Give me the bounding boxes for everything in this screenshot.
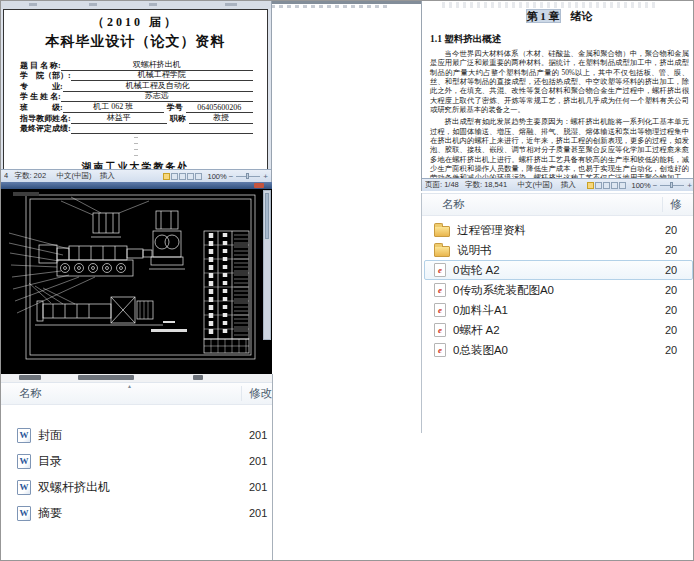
word-status-bar: 4 字数: 202 中文(中国) 插入 100% − +: [1, 169, 271, 182]
view-mode-buttons: [587, 182, 626, 189]
fullscreen-view-button[interactable]: [171, 173, 178, 180]
chapter-title-selected: 第 1 章: [527, 10, 560, 22]
close-icon[interactable]: [254, 183, 264, 188]
word-document-icon: W: [17, 454, 31, 469]
list-item-document[interactable]: W 摘要 201: [1, 500, 272, 526]
file-modified-date: 201: [249, 455, 267, 467]
list-header: 名称 ▲ 修改: [1, 382, 272, 405]
file-name[interactable]: 双螺杆挤出机: [38, 479, 110, 496]
zoom-out-icon[interactable]: −: [229, 172, 234, 181]
field-label: 指导教师姓名:: [20, 113, 71, 124]
cad-scrollbar-thumb[interactable]: [265, 193, 269, 239]
clipped-mark: [78, 375, 134, 380]
file-name[interactable]: 过程管理资料: [457, 223, 526, 238]
word-window-chapter: 第 1 章 绪论 1.1 塑料挤出概述 当今世界四大材料体系（木材、硅酸盐、金属…: [421, 1, 694, 191]
draft-view-button[interactable]: [195, 173, 202, 180]
word-window-cover: （2010 届） 本科毕业设计（论文）资料 题 目 名 称: 双螺杆挤出机 学 …: [1, 1, 272, 182]
cad-title-bar[interactable]: [1, 182, 272, 189]
column-header-modified[interactable]: 修改: [249, 386, 272, 401]
list-item-document[interactable]: W 目录 201: [1, 448, 272, 474]
word-document-icon: W: [17, 480, 31, 495]
file-name[interactable]: 0加料斗A1: [453, 303, 508, 318]
toolbar-mark: [225, 3, 237, 6]
file-name[interactable]: 0齿轮 A2: [453, 263, 500, 278]
zoom-slider[interactable]: [236, 176, 260, 177]
cad-viewer-window: [1, 182, 272, 374]
drawing-file-icon: e: [434, 323, 446, 337]
file-modified-date: 20: [665, 284, 677, 296]
folder-icon: [434, 246, 450, 257]
drawing-file-icon: e: [434, 303, 446, 317]
list-item-document[interactable]: W 封面 201: [1, 422, 272, 448]
field-value-2: 教授: [189, 112, 253, 124]
print-layout-view-button[interactable]: [587, 182, 594, 189]
cover-year: （2010 届）: [4, 14, 267, 31]
zoom-out-icon[interactable]: −: [653, 181, 658, 190]
file-name[interactable]: 0总装图A0: [453, 343, 508, 358]
field-label-2: 职称: [167, 113, 189, 124]
column-divider[interactable]: [241, 386, 242, 401]
list-item-file[interactable]: e 过程管理资料 20: [424, 220, 693, 240]
outline-view-button[interactable]: [187, 173, 194, 180]
column-header-name[interactable]: 名称: [422, 197, 465, 212]
toolbar-mark: [149, 3, 157, 6]
file-modified-date: 20: [665, 264, 677, 276]
list-item-file[interactable]: e 0螺杆 A2 20: [424, 320, 693, 340]
file-modified-date: 20: [665, 324, 677, 336]
field-label: 最终评定成绩:: [20, 123, 71, 134]
drawing-file-icon: e: [434, 283, 446, 297]
print-layout-view-button[interactable]: [163, 173, 170, 180]
column-divider[interactable]: [662, 197, 663, 212]
explorer-list-documents: 名称 ▲ 修改 W 封面 201 W 目录 201 W 双螺杆挤出机 201 W…: [1, 374, 273, 560]
list-item-file[interactable]: e 0总装图A0 20: [424, 340, 693, 360]
list-item-document[interactable]: W 双螺杆挤出机 201: [1, 474, 272, 500]
zoom-slider-thumb[interactable]: [670, 182, 673, 188]
cad-scrollbar[interactable]: [263, 190, 271, 340]
web-layout-view-button[interactable]: [603, 182, 610, 189]
zoom-level[interactable]: 100%: [207, 172, 226, 181]
screenshot-root: （2010 届） 本科毕业设计（论文）资料 题 目 名 称: 双螺杆挤出机 学 …: [0, 0, 694, 561]
chapter-page: 第 1 章 绪论 1.1 塑料挤出概述 当今世界四大材料体系（木材、硅酸盐、金属…: [422, 9, 694, 191]
file-modified-date: 20: [665, 244, 677, 256]
cover-page: （2010 届） 本科毕业设计（论文）资料 题 目 名 称: 双螺杆挤出机 学 …: [3, 9, 268, 169]
cad-drawing: [1, 189, 272, 374]
file-name[interactable]: 0螺杆 A2: [453, 323, 500, 338]
fullscreen-view-button[interactable]: [595, 182, 602, 189]
drawing-file-icon: e: [434, 343, 446, 357]
zoom-in-icon[interactable]: +: [263, 172, 268, 181]
zoom-slider[interactable]: [660, 185, 684, 186]
file-name[interactable]: 0传动系统装配图A0: [453, 283, 554, 298]
file-name[interactable]: 摘要: [38, 505, 62, 522]
zoom-in-icon[interactable]: +: [687, 181, 692, 190]
file-name[interactable]: 说明书: [457, 243, 492, 258]
sort-ascending-icon: ▲: [127, 383, 132, 389]
list-item-file[interactable]: e 0齿轮 A2 20: [424, 260, 693, 280]
cover-field-row: 最终评定成绩:: [20, 124, 253, 135]
column-header-modified[interactable]: 修: [670, 197, 682, 212]
explorer-list-drawings: 名称 修 e 过程管理资料 20 e 说明书 20 e 0齿轮 A2 20 e …: [421, 193, 694, 433]
field-label-2: 学号: [164, 102, 186, 113]
column-header-name[interactable]: 名称: [1, 386, 42, 401]
list-item-file[interactable]: e 0传动系统装配图A0 20: [424, 280, 693, 300]
file-name[interactable]: 目录: [38, 453, 62, 470]
cad-toolbar-fragment: [13, 192, 39, 196]
list-item-file[interactable]: e 说明书 20: [424, 240, 693, 260]
field-label: 班 级:: [20, 102, 63, 113]
word-document-icon: W: [17, 428, 31, 443]
list-item-file[interactable]: e 0加料斗A1 20: [424, 300, 693, 320]
outline-view-button[interactable]: [611, 182, 618, 189]
file-name[interactable]: 封面: [38, 427, 62, 444]
clipped-mark: [193, 375, 203, 380]
word-status-bar: 页面: 1/48 字数: 18,541 中文(中国) 插入 100% − +: [422, 178, 694, 191]
cover-footer: 湖南工业大学教务处: [4, 160, 267, 169]
web-layout-view-button[interactable]: [179, 173, 186, 180]
zoom-level[interactable]: 100%: [631, 181, 650, 190]
status-text: 4 字数: 202 中文(中国) 插入: [4, 171, 163, 181]
draft-view-button[interactable]: [619, 182, 626, 189]
field-value: 林益平: [71, 112, 167, 124]
clipped-text-fragment: [1, 374, 272, 382]
word-document-icon: W: [17, 506, 31, 521]
cover-title: 本科毕业设计（论文）资料: [4, 33, 267, 51]
zoom-slider-thumb[interactable]: [246, 173, 249, 179]
paragraph-marks: [134, 137, 138, 159]
